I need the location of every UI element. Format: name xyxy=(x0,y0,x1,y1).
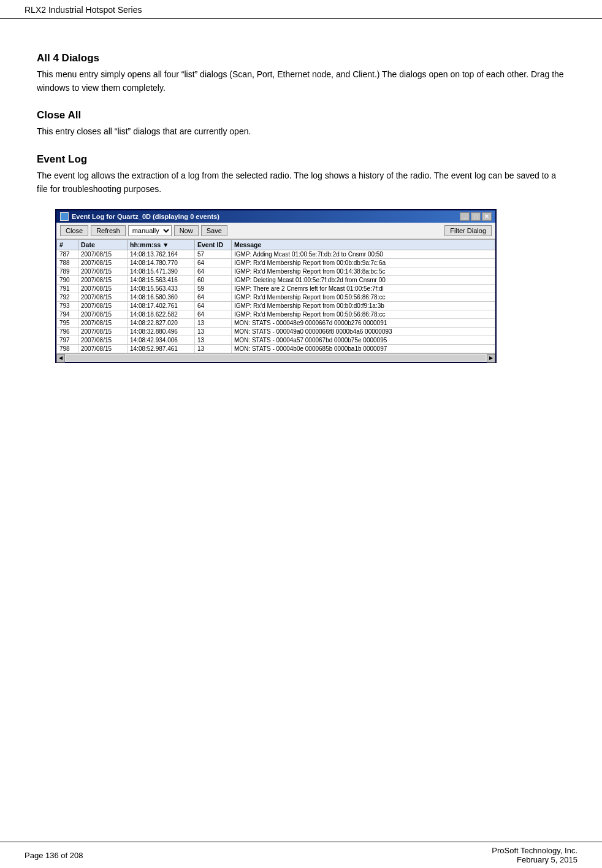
save-button[interactable]: Save xyxy=(201,225,227,236)
table-row: 7942007/08/1514:08:18.622.58264IGMP: Rx'… xyxy=(57,310,495,319)
table-cell: 14:08:52.987.461 xyxy=(128,345,195,353)
company-name: ProSoft Technology, Inc. xyxy=(492,846,577,855)
table-cell: 14:08:32.880.496 xyxy=(128,328,195,336)
table-row: 7872007/08/1514:08:13.762.16457IGMP: Add… xyxy=(57,250,495,259)
table-cell: 13 xyxy=(195,336,232,345)
col-header-message: Message xyxy=(232,240,495,250)
table-cell: 64 xyxy=(195,302,232,310)
table-row: 7892007/08/1514:08:15.471.39064IGMP: Rx'… xyxy=(57,267,495,276)
table-cell: 14:08:15.471.390 xyxy=(128,267,195,276)
table-cell: 790 xyxy=(57,276,78,285)
dialog-toolbar: Close Refresh manually Now Save Filter D… xyxy=(56,223,495,239)
table-row: 7932007/08/1514:08:17.402.76164IGMP: Rx'… xyxy=(57,302,495,310)
horizontal-scrollbar[interactable]: ◀ ▶ xyxy=(56,353,495,362)
scrollbar-track[interactable] xyxy=(66,355,486,361)
event-log-table: # Date hh:mm:ss ▼ Event ID Message 78720… xyxy=(56,239,495,353)
table-cell: 787 xyxy=(57,250,78,259)
table-cell: 14:08:42.934.006 xyxy=(128,336,195,345)
filter-dialog-button[interactable]: Filter Dialog xyxy=(444,225,492,236)
section-title-all4dialogs: All 4 Dialogs xyxy=(37,52,565,64)
table-header-row: # Date hh:mm:ss ▼ Event ID Message xyxy=(57,240,495,250)
page-content: All 4 Dialogs This menu entry simply ope… xyxy=(0,19,602,400)
table-cell: 792 xyxy=(57,293,78,302)
col-header-date: Date xyxy=(78,240,128,250)
table-cell: 2007/08/15 xyxy=(78,310,128,319)
now-button[interactable]: Now xyxy=(174,225,199,236)
table-cell: 2007/08/15 xyxy=(78,328,128,336)
dialog-title-controls[interactable]: _ □ ✕ xyxy=(460,212,492,221)
table-cell: 13 xyxy=(195,328,232,336)
table-row: 7902007/08/1514:08:15.563.41660IGMP: Del… xyxy=(57,276,495,285)
table-cell: IGMP: Rx'd Membership Report from 00:0b:… xyxy=(232,259,495,267)
table-row: 7922007/08/1514:08:16.580.36064IGMP: Rx'… xyxy=(57,293,495,302)
table-cell: 798 xyxy=(57,345,78,353)
table-row: 7952007/08/1514:08:22.827.02013MON: STAT… xyxy=(57,319,495,328)
dialog-title-left: Event Log for Quartz_0D (displaying 0 ev… xyxy=(60,212,219,221)
table-cell: 14:08:16.580.360 xyxy=(128,293,195,302)
table-cell: IGMP: Rx'd Membership Report from 00:b0:… xyxy=(232,302,495,310)
table-row: 7962007/08/1514:08:32.880.49613MON: STAT… xyxy=(57,328,495,336)
table-cell: 64 xyxy=(195,259,232,267)
dialog-icon xyxy=(60,212,69,221)
page-footer: Page 136 of 208 ProSoft Technology, Inc.… xyxy=(0,842,602,868)
col-header-num: # xyxy=(57,240,78,250)
table-cell: 64 xyxy=(195,310,232,319)
table-cell: 2007/08/15 xyxy=(78,285,128,293)
table-cell: 14:08:15.563.433 xyxy=(128,285,195,293)
page-header: RLX2 Industrial Hotspot Series xyxy=(0,0,602,19)
table-row: 7912007/08/1514:08:15.563.43359IGMP: The… xyxy=(57,285,495,293)
table-cell: 2007/08/15 xyxy=(78,259,128,267)
maximize-button[interactable]: □ xyxy=(471,212,481,221)
table-row: 7972007/08/1514:08:42.934.00613MON: STAT… xyxy=(57,336,495,345)
table-cell: 64 xyxy=(195,267,232,276)
page-number: Page 136 of 208 xyxy=(25,851,83,860)
publish-date: February 5, 2015 xyxy=(492,855,577,864)
table-cell: 64 xyxy=(195,293,232,302)
dialog-title-bar: Event Log for Quartz_0D (displaying 0 ev… xyxy=(56,210,495,223)
col-header-eventid: Event ID xyxy=(195,240,232,250)
refresh-button[interactable]: Refresh xyxy=(91,225,126,236)
table-cell: 59 xyxy=(195,285,232,293)
footer-right: ProSoft Technology, Inc. February 5, 201… xyxy=(492,846,577,864)
dialog-title-text: Event Log for Quartz_0D (displaying 0 ev… xyxy=(72,213,219,220)
table-cell: 2007/08/15 xyxy=(78,336,128,345)
table-cell: 2007/08/15 xyxy=(78,250,128,259)
section-body-eventlog: The event log allows the extraction of a… xyxy=(37,169,565,196)
scroll-right-button[interactable]: ▶ xyxy=(487,354,495,363)
refresh-mode-select[interactable]: manually xyxy=(128,225,172,236)
section-body-all4dialogs: This menu entry simply opens all four “l… xyxy=(37,68,565,94)
table-cell: 794 xyxy=(57,310,78,319)
close-dialog-button[interactable]: Close xyxy=(60,225,88,236)
section-title-closeall: Close All xyxy=(37,109,565,121)
scroll-left-button[interactable]: ◀ xyxy=(56,354,65,363)
dialog-table-area: # Date hh:mm:ss ▼ Event ID Message 78720… xyxy=(56,239,495,353)
minimize-button[interactable]: _ xyxy=(460,212,470,221)
table-cell: 13 xyxy=(195,319,232,328)
section-body-closeall: This entry closes all “list” dialogs tha… xyxy=(37,125,565,139)
table-cell: 796 xyxy=(57,328,78,336)
table-cell: 57 xyxy=(195,250,232,259)
table-cell: 2007/08/15 xyxy=(78,302,128,310)
table-cell: 14:08:13.762.164 xyxy=(128,250,195,259)
close-button[interactable]: ✕ xyxy=(482,212,492,221)
col-header-time: hh:mm:ss ▼ xyxy=(128,240,195,250)
table-cell: 14:08:14.780.770 xyxy=(128,259,195,267)
table-cell: 14:08:22.827.020 xyxy=(128,319,195,328)
table-cell: 795 xyxy=(57,319,78,328)
table-cell: 788 xyxy=(57,259,78,267)
table-cell: MON: STATS - 00004a57 000067bd 0000b75e … xyxy=(232,336,495,345)
table-cell: IGMP: Rx'd Membership Report from 00:50:… xyxy=(232,293,495,302)
table-cell: 793 xyxy=(57,302,78,310)
table-cell: IGMP: Deleting Mcast 01:00:5e:7f:db:2d f… xyxy=(232,276,495,285)
table-cell: 791 xyxy=(57,285,78,293)
header-title: RLX2 Industrial Hotspot Series xyxy=(25,5,142,15)
table-cell: IGMP: Rx'd Membership Report from 00:50:… xyxy=(232,310,495,319)
table-cell: 789 xyxy=(57,267,78,276)
table-cell: IGMP: There are 2 Cnemrs left for Mcast … xyxy=(232,285,495,293)
table-row: 7882007/08/1514:08:14.780.77064IGMP: Rx'… xyxy=(57,259,495,267)
section-title-eventlog: Event Log xyxy=(37,153,565,166)
table-cell: 14:08:17.402.761 xyxy=(128,302,195,310)
table-cell: 2007/08/15 xyxy=(78,267,128,276)
table-cell: 797 xyxy=(57,336,78,345)
table-cell: 60 xyxy=(195,276,232,285)
